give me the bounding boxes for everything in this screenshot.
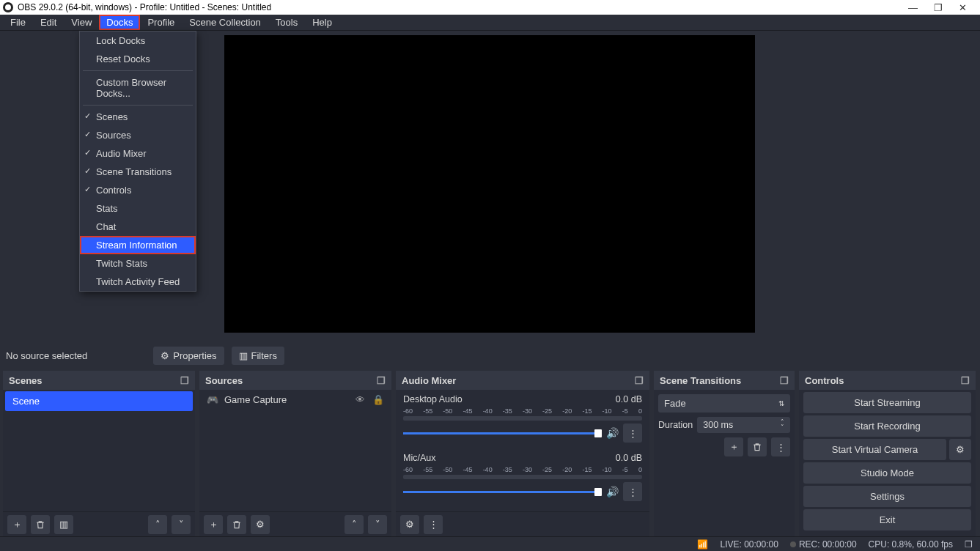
docks-dropdown: Lock Docks Reset Docks Custom Browser Do… [79, 31, 196, 292]
menu-edit[interactable]: Edit [33, 15, 64, 30]
transitions-title: Scene Transitions [660, 375, 741, 386]
popout-icon[interactable]: ❐ [635, 375, 644, 386]
record-indicator-icon [790, 541, 796, 547]
menu-tools[interactable]: Tools [268, 15, 305, 30]
transition-select[interactable]: Fade⇅ [658, 394, 790, 413]
filters-button[interactable]: ▥ Filters [232, 347, 284, 365]
studio-mode-button[interactable]: Studio Mode [803, 462, 971, 484]
scene-item[interactable]: Scene [5, 391, 193, 411]
status-live: LIVE: 00:00:00 [720, 539, 778, 550]
controls-dock: Controls❐ Start Streaming Start Recordin… [799, 371, 976, 536]
menu-scene-collection[interactable]: Scene Collection [182, 15, 268, 30]
add-source-button[interactable]: ＋ [204, 515, 223, 534]
properties-button[interactable]: ⚙ Properties [153, 347, 224, 365]
popout-icon[interactable]: ❐ [377, 375, 386, 386]
status-cpu: CPU: 0.8%, 60.00 fps [869, 539, 953, 550]
obs-logo-icon [3, 2, 13, 12]
properties-label: Properties [173, 350, 216, 361]
duration-input[interactable]: 300 ms˄˅ [697, 417, 790, 433]
menu-docks[interactable]: Docks [99, 15, 140, 30]
source-item[interactable]: 🎮 Game Capture 👁 🔒 [199, 390, 391, 410]
visibility-icon[interactable]: 👁 [355, 394, 365, 405]
track-name: Mic/Aux [403, 453, 435, 463]
menu-separator [83, 70, 193, 71]
status-bar: 📶 LIVE: 00:00:00 REC: 00:00:00 CPU: 0.8%… [0, 536, 980, 551]
menu-dock-controls[interactable]: Controls [80, 181, 196, 199]
exit-button[interactable]: Exit [803, 509, 971, 530]
mixer-title: Audio Mixer [402, 375, 456, 386]
scene-filters-button[interactable]: ▥ [54, 515, 73, 534]
duration-value: 300 ms [703, 420, 733, 430]
virtual-camera-settings-button[interactable]: ⚙ [949, 439, 971, 460]
volume-slider[interactable] [403, 491, 602, 493]
mute-icon[interactable]: 🔊 [606, 427, 619, 439]
menu-separator [83, 105, 193, 106]
source-properties-button[interactable]: ⚙ [251, 515, 270, 534]
menu-dock-audio-mixer[interactable]: Audio Mixer [80, 144, 196, 163]
settings-button[interactable]: Settings [803, 486, 971, 507]
move-scene-up-button[interactable]: ˄ [148, 515, 167, 534]
menu-profile[interactable]: Profile [140, 15, 182, 30]
mixer-menu-button[interactable]: ⋮ [424, 515, 443, 534]
menu-help[interactable]: Help [305, 15, 339, 30]
scene-transitions-dock: Scene Transitions❐ Fade⇅ Duration 300 ms… [654, 371, 795, 536]
transition-menu-button[interactable]: ⋮ [771, 437, 790, 456]
menu-file[interactable]: File [3, 15, 33, 30]
scenes-dock: Scenes❐ Scene ＋ ▥ ˄ ˅ [3, 371, 195, 536]
scenes-title: Scenes [9, 375, 43, 386]
menu-view[interactable]: View [64, 15, 99, 30]
move-source-down-button[interactable]: ˅ [368, 515, 387, 534]
popout-icon[interactable]: ❐ [780, 375, 789, 386]
mixer-track-desktop: Desktop Audio0.0 dB -60-55-50-45-40-35-3… [396, 390, 649, 448]
no-source-selected-label: No source selected [6, 350, 87, 361]
track-menu-button[interactable]: ⋮ [623, 482, 642, 501]
start-virtual-camera-button[interactable]: Start Virtual Camera [803, 439, 946, 460]
menu-dock-stream-information[interactable]: Stream Information [80, 236, 196, 254]
status-dock-icon[interactable]: ❐ [965, 539, 973, 550]
add-transition-button[interactable]: ＋ [724, 437, 743, 456]
status-rec: REC: 00:00:00 [799, 539, 857, 550]
menu-lock-docks[interactable]: Lock Docks [80, 32, 196, 50]
menu-reset-docks[interactable]: Reset Docks [80, 50, 196, 68]
close-button[interactable]: ✕ [959, 2, 967, 13]
menu-dock-twitch-stats[interactable]: Twitch Stats [80, 254, 196, 273]
menu-dock-scene-transitions[interactable]: Scene Transitions [80, 163, 196, 181]
move-scene-down-button[interactable]: ˅ [172, 515, 191, 534]
transition-selected: Fade [664, 398, 686, 409]
source-name: Game Capture [224, 394, 287, 405]
slider-thumb[interactable] [594, 488, 602, 496]
popout-icon[interactable]: ❐ [961, 375, 970, 386]
track-level: 0.0 dB [616, 453, 642, 463]
remove-source-button[interactable] [227, 515, 246, 534]
menu-dock-sources[interactable]: Sources [80, 126, 196, 144]
start-streaming-button[interactable]: Start Streaming [803, 392, 971, 413]
slider-thumb[interactable] [594, 429, 602, 437]
mute-icon[interactable]: 🔊 [606, 486, 619, 498]
menu-dock-chat[interactable]: Chat [80, 218, 196, 236]
remove-transition-button[interactable] [748, 437, 767, 456]
level-meter [403, 416, 642, 421]
window-titlebar: OBS 29.0.2 (64-bit, windows) - Profile: … [0, 0, 980, 15]
move-source-up-button[interactable]: ˄ [345, 515, 364, 534]
spin-down-icon[interactable]: ˅ [781, 425, 784, 430]
popout-icon[interactable]: ❐ [180, 375, 189, 386]
track-name: Desktop Audio [403, 394, 463, 404]
start-recording-button[interactable]: Start Recording [803, 415, 971, 437]
remove-scene-button[interactable] [31, 515, 50, 534]
lock-icon[interactable]: 🔒 [372, 394, 384, 405]
preview-canvas[interactable] [224, 35, 755, 333]
track-menu-button[interactable]: ⋮ [623, 424, 642, 443]
volume-slider[interactable] [403, 432, 602, 434]
menu-dock-scenes[interactable]: Scenes [80, 108, 196, 126]
menu-dock-twitch-activity-feed[interactable]: Twitch Activity Feed [80, 273, 196, 291]
filters-label: Filters [251, 350, 277, 361]
maximize-button[interactable]: ❐ [934, 2, 943, 13]
menu-dock-stats[interactable]: Stats [80, 199, 196, 218]
game-capture-icon: 🎮 [207, 394, 218, 405]
advanced-audio-button[interactable]: ⚙ [400, 515, 419, 534]
minimize-button[interactable]: — [908, 2, 918, 13]
add-scene-button[interactable]: ＋ [7, 515, 26, 534]
menu-custom-browser-docks[interactable]: Custom Browser Docks... [80, 73, 196, 103]
level-meter [403, 475, 642, 479]
sources-title: Sources [205, 375, 243, 386]
